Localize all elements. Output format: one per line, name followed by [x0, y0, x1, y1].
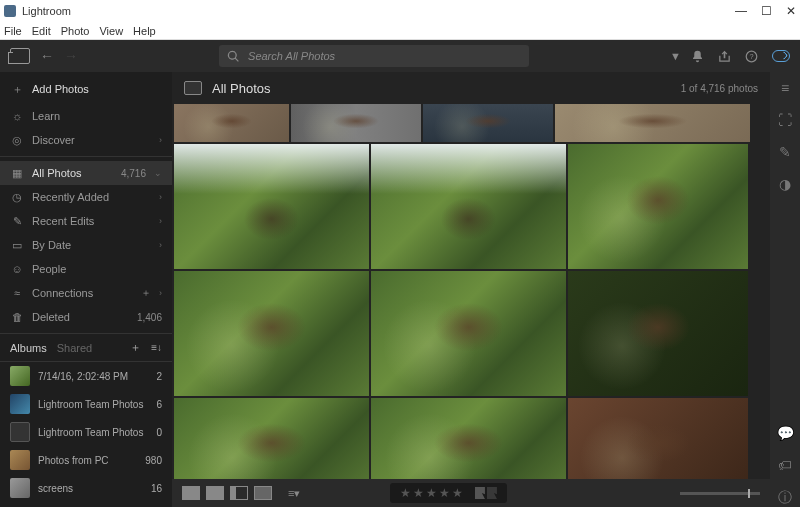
photo-thumb[interactable] — [423, 104, 553, 142]
photo-thumb[interactable] — [371, 144, 566, 269]
clock-icon: ◷ — [10, 190, 24, 204]
photo-thumb[interactable] — [174, 271, 369, 396]
maximize-button[interactable]: ☐ — [761, 4, 772, 18]
pencil-icon: ✎ — [10, 214, 24, 228]
chevron-icon: › — [159, 240, 162, 250]
album-thumb — [10, 478, 30, 498]
album-thumb — [10, 450, 30, 470]
photo-grid — [172, 104, 770, 507]
mask-icon[interactable]: ◑ — [779, 176, 791, 192]
albums-tab[interactable]: Albums — [10, 342, 47, 354]
bell-icon[interactable] — [691, 50, 704, 63]
album-item[interactable]: Lightroom Team Photos 6 — [0, 390, 172, 418]
share-icon[interactable] — [718, 50, 731, 63]
help-icon[interactable]: ? — [745, 50, 758, 63]
tag-icon[interactable]: 🏷 — [778, 457, 792, 473]
close-button[interactable]: ✕ — [786, 4, 796, 18]
calendar-icon: ▭ — [10, 238, 24, 252]
menu-edit[interactable]: Edit — [32, 25, 51, 37]
search-icon — [227, 50, 240, 63]
menu-file[interactable]: File — [4, 25, 22, 37]
chevron-icon: › — [159, 288, 162, 298]
album-thumb — [10, 394, 30, 414]
back-button[interactable]: ← — [40, 48, 54, 64]
sidebar-deleted[interactable]: 🗑 Deleted 1,406 — [0, 305, 172, 329]
lightbulb-icon: ☼ — [10, 109, 24, 123]
chevron-icon: › — [159, 216, 162, 226]
photo-thumb[interactable] — [291, 104, 421, 142]
photo-count: 1 of 4,716 photos — [681, 83, 758, 94]
sidebar-discover[interactable]: ◎ Discover › — [0, 128, 172, 152]
grid-icon: ▦ — [10, 166, 24, 180]
minimize-button[interactable]: — — [735, 4, 747, 18]
star-icon[interactable]: ★ — [400, 486, 411, 500]
sidebar-people[interactable]: ☺ People — [0, 257, 172, 281]
info-icon[interactable]: ⓘ — [778, 489, 792, 507]
cloud-sync-icon[interactable] — [772, 50, 790, 62]
shared-tab[interactable]: Shared — [57, 342, 92, 354]
app-icon — [4, 5, 16, 17]
home-icon[interactable] — [10, 48, 30, 64]
menu-view[interactable]: View — [99, 25, 123, 37]
menu-photo[interactable]: Photo — [61, 25, 90, 37]
star-icon[interactable]: ★ — [452, 486, 463, 500]
link-icon: ≈ — [10, 286, 24, 300]
sidebar-by-date[interactable]: ▭ By Date › — [0, 233, 172, 257]
collection-icon — [184, 81, 202, 95]
flag-pick-icon[interactable] — [475, 487, 485, 499]
detail-view-button[interactable] — [254, 486, 272, 500]
plus-icon[interactable]: ＋ — [141, 286, 151, 300]
person-icon: ☺ — [10, 262, 24, 276]
zoom-slider[interactable] — [680, 492, 760, 495]
sidebar-learn[interactable]: ☼ Learn — [0, 104, 172, 128]
sort-albums-button[interactable]: ≡↓ — [151, 342, 162, 353]
square-view-button[interactable] — [206, 486, 224, 500]
photo-thumb[interactable] — [174, 104, 289, 142]
sidebar-recently-added[interactable]: ◷ Recently Added › — [0, 185, 172, 209]
trash-icon: 🗑 — [10, 310, 24, 324]
chevron-icon: › — [159, 192, 162, 202]
album-thumb — [10, 422, 30, 442]
forward-button: → — [64, 48, 78, 64]
album-item[interactable]: Photos from PC 980 — [0, 446, 172, 474]
add-photos-button[interactable]: ＋ Add Photos — [0, 72, 172, 104]
plus-icon: ＋ — [10, 82, 24, 96]
sidebar-connections[interactable]: ≈ Connections ＋ › — [0, 281, 172, 305]
photo-thumb[interactable] — [371, 271, 566, 396]
heal-icon[interactable]: ✎ — [779, 144, 791, 160]
search-placeholder: Search All Photos — [248, 50, 335, 62]
album-item[interactable]: 7/14/16, 2:02:48 PM 2 — [0, 362, 172, 390]
filter-icon[interactable]: ▼ — [670, 50, 681, 62]
menu-help[interactable]: Help — [133, 25, 156, 37]
sliders-icon[interactable]: ≡ — [781, 80, 789, 96]
menubar: File Edit Photo View Help — [0, 22, 800, 40]
comments-icon[interactable]: 💬 — [777, 425, 794, 441]
sort-button[interactable]: ≡▾ — [288, 487, 300, 500]
window-title: Lightroom — [22, 5, 71, 17]
flag-reject-icon[interactable] — [487, 487, 497, 499]
grid-view-button[interactable] — [182, 486, 200, 500]
photo-thumb[interactable] — [555, 104, 750, 142]
add-album-button[interactable]: ＋ — [130, 340, 141, 355]
page-title: All Photos — [212, 81, 671, 96]
star-icon[interactable]: ★ — [413, 486, 424, 500]
svg-text:?: ? — [749, 51, 753, 60]
photo-thumb[interactable] — [568, 144, 748, 269]
album-thumb — [10, 366, 30, 386]
star-icon[interactable]: ★ — [439, 486, 450, 500]
compare-view-button[interactable] — [230, 486, 248, 500]
crop-icon[interactable]: ⛶ — [778, 112, 792, 128]
rating-control[interactable]: ★ ★ ★ ★ ★ — [390, 483, 507, 503]
chevron-icon: › — [159, 135, 162, 145]
photo-thumb[interactable] — [174, 144, 369, 269]
sidebar-recent-edits[interactable]: ✎ Recent Edits › — [0, 209, 172, 233]
compass-icon: ◎ — [10, 133, 24, 147]
search-input[interactable]: Search All Photos — [219, 45, 529, 67]
photo-thumb[interactable] — [568, 271, 748, 396]
star-icon[interactable]: ★ — [426, 486, 437, 500]
album-item[interactable]: Lightroom Team Photos 0 — [0, 418, 172, 446]
sidebar-all-photos[interactable]: ▦ All Photos 4,716 ⌄ — [0, 161, 172, 185]
chevron-down-icon: ⌄ — [154, 168, 162, 178]
album-item[interactable]: screens 16 — [0, 474, 172, 502]
